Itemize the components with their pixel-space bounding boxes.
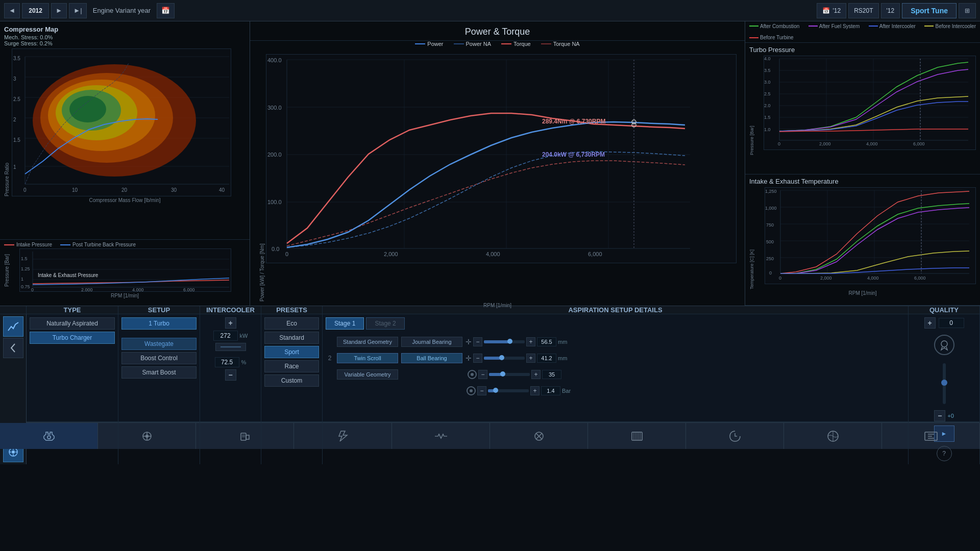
minus-btn-1[interactable]: − bbox=[473, 337, 482, 346]
svg-text:2: 2 bbox=[13, 117, 16, 122]
before-turbine-legend: Before Turbine bbox=[749, 35, 794, 40]
svg-text:40: 40 bbox=[219, 187, 225, 193]
asp-row-3: Variable Geometry − + 35 bbox=[326, 367, 905, 382]
nav-map[interactable] bbox=[784, 423, 882, 449]
naturally-aspirated-btn[interactable]: Naturally Aspirated bbox=[30, 317, 115, 330]
nav-ignition[interactable] bbox=[294, 423, 392, 449]
nav-fuel2[interactable] bbox=[686, 423, 784, 449]
svg-text:1: 1 bbox=[13, 164, 16, 170]
pressure-chart: Intake Pressure Post Turbine Back Pressu… bbox=[0, 239, 250, 306]
journal-bearing-btn[interactable]: Journal Bearing bbox=[401, 337, 462, 347]
1-turbo-btn[interactable]: 1 Turbo bbox=[121, 317, 197, 330]
svg-text:1.5: 1.5 bbox=[21, 256, 28, 261]
intercooler-value2: 72.5 bbox=[215, 357, 239, 367]
svg-text:250: 250 bbox=[766, 256, 774, 261]
right-legend: After Combustion After Fuel System After… bbox=[745, 21, 980, 43]
minus-btn-4[interactable]: − bbox=[477, 386, 486, 395]
smart-boost-btn[interactable]: Smart Boost bbox=[121, 366, 197, 379]
nav-graph-btn[interactable] bbox=[3, 316, 23, 337]
svg-text:1.25: 1.25 bbox=[21, 266, 30, 271]
prev-btn[interactable]: ◄ bbox=[4, 3, 20, 18]
circular-ctrl-4[interactable] bbox=[467, 386, 476, 395]
nav-turbo[interactable] bbox=[98, 423, 196, 449]
circular-ctrl-3[interactable] bbox=[468, 370, 477, 379]
svg-text:1: 1 bbox=[21, 277, 23, 282]
nav-settings[interactable] bbox=[882, 423, 980, 449]
next-btn[interactable]: ► bbox=[51, 3, 67, 18]
nav-engine[interactable] bbox=[0, 423, 98, 449]
nav-fuel[interactable] bbox=[196, 423, 294, 449]
intake-pressure-legend: Intake Pressure bbox=[4, 242, 52, 247]
stage2-btn[interactable]: Stage 2 bbox=[366, 317, 404, 330]
eco-btn[interactable]: Eco bbox=[264, 317, 319, 330]
svg-text:3.5: 3.5 bbox=[13, 56, 20, 61]
nav-exhaust[interactable] bbox=[490, 423, 588, 449]
quality-slider[interactable] bbox=[943, 363, 946, 404]
grid-btn[interactable]: ⊞ bbox=[959, 3, 976, 18]
plus-btn-3[interactable]: + bbox=[531, 370, 541, 379]
after-fuel-legend: After Fuel System bbox=[808, 23, 860, 29]
turbo-pressure-section: Turbo Pressure Pressure [Bar] bbox=[745, 43, 980, 174]
intercooler-minus-btn[interactable] bbox=[215, 343, 246, 351]
twin-scroll-btn[interactable]: Twin Scroll bbox=[337, 353, 398, 363]
move-icon-2[interactable]: ✛ bbox=[465, 354, 472, 362]
turbo-charger-btn[interactable]: Turbo Charger bbox=[30, 332, 115, 344]
svg-text:400.0: 400.0 bbox=[267, 57, 282, 63]
plus-btn-2[interactable]: + bbox=[526, 354, 535, 363]
svg-text:1,250: 1,250 bbox=[765, 189, 777, 194]
svg-text:0: 0 bbox=[769, 270, 772, 276]
svg-text:204.0kW @ 6,730RPM: 204.0kW @ 6,730RPM bbox=[542, 151, 605, 158]
nav-back-btn[interactable] bbox=[3, 338, 23, 358]
asp-row-4: − + 1.4 Bar bbox=[326, 384, 905, 398]
setup-header: Setup bbox=[118, 306, 200, 314]
sport-btn[interactable]: Sport bbox=[264, 346, 319, 358]
calendar-btn[interactable]: 📅 bbox=[157, 3, 175, 18]
svg-text:1.0: 1.0 bbox=[764, 127, 771, 132]
svg-text:1,000: 1,000 bbox=[765, 206, 777, 211]
svg-text:4,000: 4,000 bbox=[486, 251, 500, 257]
minus-btn-3[interactable]: − bbox=[478, 370, 487, 379]
temp-svg: 1,250 1,000 750 500 250 0 0 2,000 4,000 … bbox=[765, 187, 976, 284]
svg-text:0: 0 bbox=[779, 276, 781, 281]
intercooler-unit2: % bbox=[241, 359, 247, 365]
compressor-map-svg: 3.5 3 2.5 2 1.5 1 0 bbox=[12, 48, 231, 196]
variant-label: Engine Variant year bbox=[89, 7, 155, 14]
custom-btn[interactable]: Custom bbox=[264, 374, 319, 387]
svg-text:2,000: 2,000 bbox=[81, 287, 93, 292]
quality-minus-btn[interactable]: − bbox=[934, 410, 945, 421]
intercooler-plus-btn[interactable]: + bbox=[225, 317, 236, 329]
turbo-y-label: Pressure [Bar] bbox=[749, 56, 764, 155]
standard-btn[interactable]: Standard bbox=[264, 332, 319, 344]
minus-btn-2[interactable]: − bbox=[473, 354, 482, 363]
skip-btn[interactable]: ►| bbox=[69, 3, 87, 18]
year-tag1: 📅 '12 bbox=[817, 3, 847, 18]
nav-intake[interactable] bbox=[392, 423, 490, 449]
svg-text:6,000: 6,000 bbox=[914, 276, 926, 281]
stage1-btn[interactable]: Stage 1 bbox=[326, 317, 364, 330]
after-combustion-legend: After Combustion bbox=[749, 23, 799, 29]
value-1: 56.5 bbox=[537, 337, 556, 346]
nav-cooling[interactable] bbox=[588, 423, 686, 449]
intercooler-minus2-btn[interactable]: − bbox=[225, 369, 236, 381]
nav-bar bbox=[0, 422, 980, 449]
plus-btn-1[interactable]: + bbox=[526, 337, 535, 346]
compressor-map-title: Compressor Map bbox=[4, 26, 246, 33]
std-geometry-btn[interactable]: Standard Geometry bbox=[337, 337, 398, 347]
plus-btn-4[interactable]: + bbox=[530, 386, 540, 395]
surge-stress: Surge Stress: 0.2% bbox=[4, 40, 246, 46]
move-icon-1[interactable]: ✛ bbox=[465, 338, 472, 346]
compressor-map-container: Compressor Map Mech. Stress: 0.0% Surge … bbox=[0, 21, 250, 239]
boost-control-btn[interactable]: Boost Control bbox=[121, 352, 197, 364]
svg-text:0.75: 0.75 bbox=[21, 284, 30, 289]
wastegate-btn[interactable]: Wastegate bbox=[121, 338, 197, 350]
unit-1: mm bbox=[558, 339, 567, 345]
race-btn[interactable]: Race bbox=[264, 360, 319, 372]
mech-stress: Mech. Stress: 0.0% bbox=[4, 34, 246, 40]
ball-bearing-btn[interactable]: Ball Bearing bbox=[401, 353, 462, 363]
svg-text:4.0: 4.0 bbox=[764, 56, 771, 61]
svg-point-116 bbox=[145, 435, 149, 438]
svg-point-108 bbox=[12, 450, 15, 454]
quality-plus-btn[interactable]: + bbox=[924, 317, 936, 329]
bottom-area: Type Setup Intercooler Presets Aspiratio… bbox=[0, 306, 980, 422]
variable-geometry-btn[interactable]: Variable Geometry bbox=[337, 369, 398, 380]
